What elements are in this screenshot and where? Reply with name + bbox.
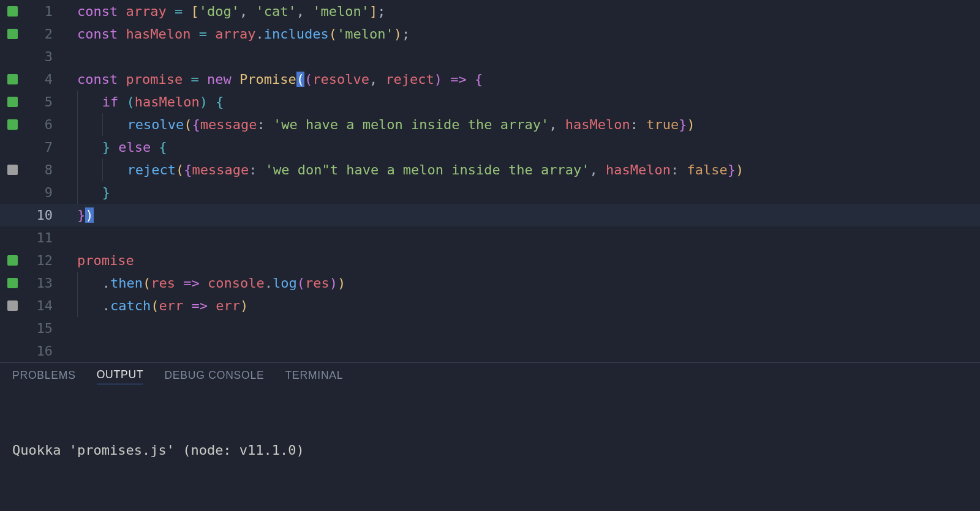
line-number: 7 xyxy=(24,140,56,155)
line-number: 4 xyxy=(24,72,56,87)
coverage-gutter xyxy=(0,6,24,17)
coverage-gutter xyxy=(0,165,24,175)
code-line[interactable]: 14 .catch(err => err) xyxy=(0,294,980,317)
line-number: 14 xyxy=(24,298,56,313)
code-line[interactable]: 9 } xyxy=(0,181,980,204)
line-content[interactable]: if (hasMelon) { xyxy=(56,91,980,113)
panel-tabs: PROBLEMS OUTPUT DEBUG CONSOLE TERMINAL xyxy=(12,363,968,390)
line-number: 11 xyxy=(24,230,56,245)
coverage-marker-hit-icon xyxy=(7,119,18,130)
line-number: 6 xyxy=(24,117,56,132)
coverage-marker-hit-icon xyxy=(7,29,18,39)
coverage-marker-hit-icon xyxy=(7,278,18,288)
tab-debug-console[interactable]: DEBUG CONSOLE xyxy=(164,369,264,384)
line-content[interactable]: .catch(err => err) xyxy=(56,294,980,317)
code-line[interactable]: 7 } else { xyxy=(0,136,980,159)
code-editor[interactable]: 1const array = ['dog', 'cat', 'melon'];2… xyxy=(0,0,980,362)
coverage-marker-hit-icon xyxy=(7,97,18,107)
code-line[interactable]: 3 xyxy=(0,45,980,68)
coverage-marker-hit-icon xyxy=(7,6,18,17)
coverage-gutter xyxy=(0,74,24,84)
line-number: 5 xyxy=(24,94,56,110)
line-content[interactable]: promise xyxy=(56,253,980,268)
line-number: 13 xyxy=(24,275,56,291)
coverage-marker-hit-icon xyxy=(7,74,18,84)
code-line[interactable]: 13 .then(res => console.log(res)) xyxy=(0,272,980,294)
code-line[interactable]: 15 xyxy=(0,317,980,340)
line-content[interactable]: } else { xyxy=(56,136,980,159)
line-number: 1 xyxy=(24,4,56,19)
line-number: 3 xyxy=(24,49,56,64)
coverage-marker-hit-icon xyxy=(7,255,18,266)
tab-terminal[interactable]: TERMINAL xyxy=(285,369,343,384)
code-line[interactable]: 11 xyxy=(0,226,980,249)
line-number: 2 xyxy=(24,26,56,42)
code-line[interactable]: 5 if (hasMelon) { xyxy=(0,91,980,113)
line-number: 8 xyxy=(24,162,56,177)
line-number: 9 xyxy=(24,185,56,200)
line-number: 16 xyxy=(24,343,56,359)
code-line[interactable]: 16 xyxy=(0,340,980,362)
coverage-marker-miss-icon xyxy=(7,165,18,175)
code-line[interactable]: 12promise xyxy=(0,249,980,272)
line-content[interactable]: } xyxy=(56,181,980,204)
code-line[interactable]: 6 resolve({message: 'we have a melon ins… xyxy=(0,113,980,136)
coverage-gutter xyxy=(0,255,24,266)
output-header: Quokka 'promises.js' (node: v11.1.0) xyxy=(12,439,968,461)
line-content[interactable]: .then(res => console.log(res)) xyxy=(56,272,980,294)
line-number: 15 xyxy=(24,321,56,336)
code-line[interactable]: 8 reject({message: 'we don"t have a melo… xyxy=(0,159,980,181)
line-content[interactable]: }) xyxy=(56,207,980,223)
coverage-gutter xyxy=(0,29,24,39)
output-content[interactable]: Quokka 'promises.js' (node: v11.1.0) { m… xyxy=(12,390,968,511)
coverage-gutter xyxy=(0,300,24,311)
line-content[interactable]: const hasMelon = array.includes('melon')… xyxy=(56,26,980,42)
code-line[interactable]: 2const hasMelon = array.includes('melon'… xyxy=(0,23,980,45)
coverage-marker-miss-icon xyxy=(7,300,18,311)
output-blank xyxy=(12,507,968,511)
line-content[interactable]: const promise = new Promise((resolve, re… xyxy=(56,72,980,87)
line-content[interactable]: resolve({message: 'we have a melon insid… xyxy=(56,113,980,136)
line-number: 12 xyxy=(24,253,56,268)
code-line[interactable]: 4const promise = new Promise((resolve, r… xyxy=(0,68,980,91)
tab-problems[interactable]: PROBLEMS xyxy=(12,369,76,384)
bottom-panel: PROBLEMS OUTPUT DEBUG CONSOLE TERMINAL Q… xyxy=(0,362,980,511)
coverage-gutter xyxy=(0,278,24,288)
tab-output[interactable]: OUTPUT xyxy=(97,368,144,384)
line-number: 10 xyxy=(24,207,56,223)
line-content[interactable]: reject({message: 'we don"t have a melon … xyxy=(56,159,980,181)
line-content[interactable]: const array = ['dog', 'cat', 'melon']; xyxy=(56,4,980,19)
coverage-gutter xyxy=(0,97,24,107)
code-line[interactable]: 10}) xyxy=(0,204,980,226)
code-line[interactable]: 1const array = ['dog', 'cat', 'melon']; xyxy=(0,0,980,23)
coverage-gutter xyxy=(0,119,24,130)
